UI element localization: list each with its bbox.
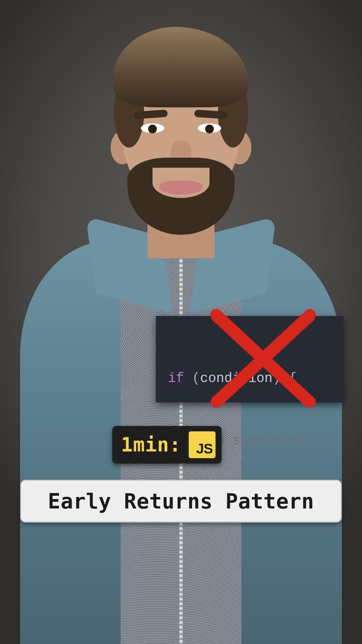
- title-bar: Early Returns Pattern: [20, 480, 342, 523]
- red-cross-icon: [203, 301, 323, 415]
- paren-open: (: [184, 371, 200, 386]
- keyword-if: if: [168, 371, 184, 386]
- duration-text: 1min:: [121, 433, 181, 456]
- duration-pill: 1min: JS: [112, 426, 222, 464]
- code-line-1: if (condition) {: [168, 368, 331, 389]
- code-snippet-card: if (condition) { // Do something }: [156, 316, 344, 402]
- js-logo-text: JS: [196, 441, 213, 457]
- title-text: Early Returns Pattern: [48, 489, 314, 514]
- identifier-condition: condition: [200, 371, 273, 386]
- js-logo-icon: JS: [189, 431, 216, 458]
- paren-close-brace: ) {: [273, 371, 297, 386]
